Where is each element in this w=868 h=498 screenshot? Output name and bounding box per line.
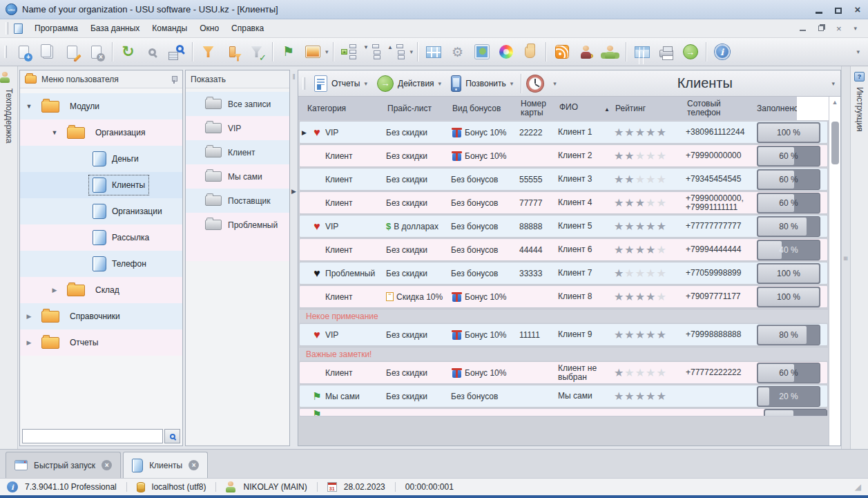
search-button[interactable] [141,41,164,64]
collapse-node-icon[interactable]: ▼ [51,129,58,136]
actions-button[interactable]: → Действия ▾ [372,73,446,94]
menubar-grip[interactable] [6,22,8,35]
right-splitter[interactable]: ≡ [841,66,850,449]
table-row[interactable]: ⚑Мы самиБез скидкиБез бонусовМы сами★★★★… [299,385,828,408]
print-button[interactable] [655,41,677,64]
tree-search-button[interactable] [164,429,180,443]
mdi-close-button[interactable]: × [836,23,842,34]
tree-dropdown-icon[interactable]: ▾ [410,48,414,55]
scroll-thumb[interactable] [831,122,839,164]
tree-item-organizaciya[interactable]: ▼Организация [20,119,182,146]
table-row[interactable]: КлиентБез скидкиБез бонусов44444Клиент 6… [299,238,828,261]
add-record-button[interactable]: + [12,41,35,64]
flag-button[interactable]: ⚑ [277,41,300,64]
user-groups-button[interactable] [599,41,621,64]
menubar-overflow-icon[interactable]: ▾ [853,25,857,32]
filter-item-klient[interactable]: Клиент [186,140,289,164]
instruction-side-tab[interactable]: ? Инструкция [850,66,868,449]
tab-quick-launch-close-icon[interactable]: × [102,460,112,470]
table-row[interactable]: КлиентБез скидкиБез бонусов55555Клиент 3… [299,168,828,191]
menu-window[interactable]: Окно [193,21,225,36]
tree-item-rassylka[interactable]: Рассылка [20,224,182,251]
menu-database[interactable]: База данных [84,21,146,36]
filter-button[interactable] [197,41,220,64]
table-row[interactable]: ♥ПроблемныйБез скидкиБез бонусов33333Кли… [299,262,828,285]
tree-item-klienty[interactable]: Клиенты [20,172,182,198]
scroll-up-icon[interactable]: ▲ [832,97,838,108]
tab-quick-launch[interactable]: Быстрый запуск × [6,452,121,478]
expand-tree-button[interactable]: ▼ [362,41,385,64]
mdi-restore-button[interactable] [818,26,824,31]
support-side-tab[interactable]: Техподдержка [0,66,18,449]
table-row[interactable]: КлиентБез скидкиБонус 10%Клиент 2★★★★★+7… [299,144,828,167]
grid-toolbar-grip[interactable] [302,77,305,90]
toolbar-overflow-icon[interactable]: ▾ [856,48,860,55]
image-button[interactable] [301,41,324,64]
toolbar-grip[interactable] [4,46,7,58]
filter-item-vip[interactable]: VIP [186,116,289,140]
table-row[interactable]: Клиент≡Скидка 10%Бонус 10%Клиент 8★★★★★+… [299,285,828,308]
panel-splitter[interactable]: ‖ ▶ [290,66,298,449]
col-header-bonus[interactable]: Вид бонусов [450,103,518,115]
delete-record-button[interactable]: × [85,41,108,64]
tile-view-button[interactable] [422,41,445,64]
edit-record-button[interactable] [61,41,84,64]
table-row[interactable]: ♥VIP$В долларахБез бонусов88888Клиент 5★… [299,215,828,238]
settings-button[interactable]: ⚙ [446,41,469,64]
info-button[interactable]: i [711,41,733,64]
filter-item-my-sami[interactable]: Мы сами [186,164,289,189]
copy-record-button[interactable] [37,41,59,64]
table-row[interactable]: ▶♥VIPБез скидкиБонус 10%22222Клиент 1★★★… [299,121,828,144]
refresh-button[interactable]: ↻ [117,41,139,64]
tab-clients-close-icon[interactable]: × [189,460,199,470]
menu-help[interactable]: Справка [225,21,270,36]
col-header-rating[interactable]: Рейтинг [613,103,684,115]
tree-search-input[interactable] [22,429,163,443]
minimize-button[interactable] [814,6,824,14]
tab-clients[interactable]: Клиенты × [123,452,208,478]
col-header-phone[interactable]: Сотовый телефон [684,98,754,119]
table-view-button[interactable] [630,41,653,64]
table-row[interactable]: КлиентБез скидкиБонус 10%Клиент не выбра… [299,361,828,384]
resize-grip-icon[interactable]: ◢ [855,482,861,492]
pin-icon[interactable] [171,76,177,83]
rss-feed-button[interactable] [550,41,573,64]
col-header-pricelist[interactable]: Прайс-лист [385,103,450,115]
tree-item-telefon[interactable]: Телефон [20,251,182,277]
reports-button[interactable]: Отчеты ▾ [309,73,372,94]
menu-commands[interactable]: Команды [146,21,193,36]
call-button[interactable]: Позвонить ▾ [446,73,518,94]
tree-item-dengi[interactable]: Деньги [20,146,182,172]
col-header-card[interactable]: Номер карты [518,98,557,119]
drag-hand-button[interactable] [519,41,541,64]
colors-button[interactable] [494,41,517,64]
collapse-node-icon[interactable]: ▼ [26,103,32,110]
tree-item-moduli[interactable]: ▼Модули [20,93,182,119]
tree-item-spravochniki[interactable]: ▶Справочники [20,303,182,329]
table-row[interactable]: ♥VIPБез скидкиБонус 10%11111Клиент 9★★★★… [299,323,828,346]
user-permissions-button[interactable] [575,41,597,64]
expand-node-icon[interactable]: ▶ [26,339,32,346]
maximize-button[interactable] [833,6,843,14]
expand-row-button[interactable]: + [338,41,360,64]
filter-item-vse-zapisi[interactable]: Все записи [186,92,289,116]
filter-item-postavshchik[interactable]: Поставщик [186,189,289,213]
filter-item-problemnyj[interactable]: Проблемный [186,213,289,237]
menu-program[interactable]: Программа [28,21,84,36]
search-in-table-button[interactable] [165,41,188,64]
col-header-category[interactable]: Категория [298,103,385,115]
col-header-name[interactable]: ФИО▲ [557,102,613,115]
table-row[interactable]: КлиентБез скидкиБез бонусов77777Клиент 4… [299,191,828,214]
filter-checked-button[interactable]: ✓ [245,41,268,64]
close-button[interactable]: × [853,6,862,14]
filter-by-column-button[interactable] [221,41,244,64]
expand-node-icon[interactable]: ▶ [26,313,32,320]
splitter-collapse-icon[interactable]: ▶ [291,188,296,195]
tree-item-organizacii[interactable]: Организации [20,198,182,224]
tree-item-sklad[interactable]: ▶Склад [20,277,182,303]
grid-toolbar-overflow-icon[interactable]: ▾ [831,80,835,87]
vertical-scrollbar[interactable]: ▲ [829,97,840,446]
expand-node-icon[interactable]: ▶ [51,287,58,294]
image-dropdown-icon[interactable]: ▾ [325,48,329,55]
tree-item-otchety[interactable]: ▶Отчеты [20,329,182,356]
